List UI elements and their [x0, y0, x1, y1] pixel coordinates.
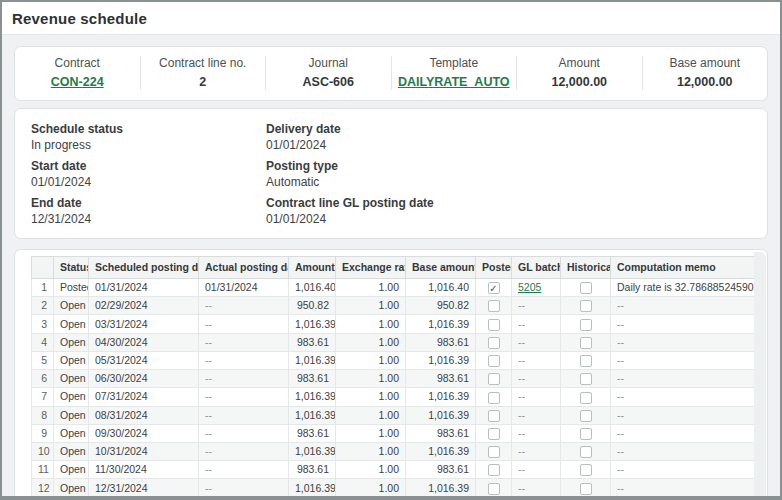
summary-label: Amount [523, 56, 636, 70]
schedule-table: StatusScheduled posting dateActual posti… [31, 256, 759, 500]
scheduled-posting-date-cell: 08/31/2024 [89, 406, 199, 424]
historical-checkbox[interactable] [580, 282, 592, 294]
amount-cell: 950.82 [289, 297, 336, 315]
posted-checkbox-checked[interactable]: ✓ [488, 282, 500, 294]
amount-cell: 1,016.40 [289, 279, 336, 297]
posted-checkbox[interactable] [488, 464, 500, 476]
detail-label: Schedule status [31, 122, 266, 137]
table-row: 8Open08/31/2024--1,016.391.001,016.39---… [32, 406, 759, 424]
computation-memo-cell: -- [611, 424, 759, 442]
template-link[interactable]: DAILYRATE_AUTO [398, 75, 511, 90]
computation-memo-cell: Daily rate is 32.78688524590163. [611, 279, 759, 297]
historical-checkbox[interactable] [580, 446, 592, 458]
historical-cell [561, 351, 611, 369]
amount-cell: 983.61 [289, 461, 336, 479]
summary-label: Journal [272, 56, 385, 70]
gl-batch-cell: -- [512, 351, 561, 369]
column-header-exchange-rate: Exchange rate [336, 257, 406, 279]
posted-checkbox[interactable] [488, 446, 500, 458]
schedule-table-body: 1Posted01/31/202401/31/20241,016.401.001… [32, 279, 759, 498]
exchange-rate-cell: 1.00 [336, 279, 406, 297]
posted-checkbox[interactable] [488, 392, 500, 404]
summary-value: 12,000.00 [649, 75, 762, 90]
amount-cell: 983.61 [289, 370, 336, 388]
historical-checkbox[interactable] [580, 410, 592, 422]
actual-posting-date-cell: -- [199, 479, 289, 497]
gl-batch-cell: 5205 [512, 279, 561, 297]
posted-checkbox[interactable] [488, 355, 500, 367]
scheduled-posting-date-cell: 07/31/2024 [89, 388, 199, 406]
detail-value: 01/01/2024 [266, 138, 751, 153]
detail-label: End date [31, 196, 266, 211]
table-row: 6Open06/30/2024--983.611.00983.61---- [32, 370, 759, 388]
posted-checkbox[interactable] [488, 319, 500, 331]
gl-batch-cell: -- [512, 370, 561, 388]
summary-label: Contract [21, 56, 134, 70]
posted-checkbox[interactable] [488, 428, 500, 440]
historical-checkbox[interactable] [580, 355, 592, 367]
contract-link[interactable]: CON-224 [21, 75, 134, 90]
summary-field-amount: Amount12,000.00 [516, 56, 642, 90]
posted-checkbox[interactable] [488, 483, 500, 495]
gl-batch-link[interactable]: 5205 [518, 281, 541, 293]
gl-batch-cell: -- [512, 406, 561, 424]
base-amount-cell: 1,016.39 [406, 388, 476, 406]
detail-value: 12/31/2024 [31, 212, 266, 227]
historical-checkbox[interactable] [580, 392, 592, 404]
table-row: 2Open02/29/2024--950.821.00950.82---- [32, 297, 759, 315]
gl-batch-cell: -- [512, 315, 561, 333]
detail-field-start-date: Start date01/01/2024 [31, 159, 266, 190]
scheduled-posting-date-cell: 02/29/2024 [89, 297, 199, 315]
base-amount-cell: 983.61 [406, 333, 476, 351]
historical-checkbox[interactable] [580, 337, 592, 349]
row-number-cell: 9 [32, 424, 54, 442]
posted-cell: ✓ [476, 279, 512, 297]
historical-cell [561, 333, 611, 351]
amount-cell: 1,016.39 [289, 479, 336, 497]
table-row: 3Open03/31/2024--1,016.391.001,016.39---… [32, 315, 759, 333]
status-cell: Open [54, 315, 89, 333]
exchange-rate-cell: 1.00 [336, 388, 406, 406]
historical-checkbox[interactable] [580, 483, 592, 495]
posted-checkbox[interactable] [488, 300, 500, 312]
summary-field-template: TemplateDAILYRATE_AUTO [391, 56, 517, 90]
historical-checkbox[interactable] [580, 300, 592, 312]
historical-cell [561, 461, 611, 479]
historical-checkbox[interactable] [580, 319, 592, 331]
historical-cell [561, 479, 611, 497]
historical-cell [561, 279, 611, 297]
scheduled-posting-date-cell: 09/30/2024 [89, 424, 199, 442]
page-content: ContractCON-224Contract line no.2Journal… [2, 35, 780, 500]
detail-value: 01/01/2024 [31, 175, 266, 190]
historical-checkbox[interactable] [580, 428, 592, 440]
detail-value: In progress [31, 138, 266, 153]
revenue-schedule-window: Revenue schedule ContractCON-224Contract… [0, 0, 782, 500]
schedule-table-header-row: StatusScheduled posting dateActual posti… [32, 257, 759, 279]
historical-checkbox[interactable] [580, 373, 592, 385]
status-cell: Open [54, 424, 89, 442]
table-row: 11Open11/30/2024--983.611.00983.61---- [32, 461, 759, 479]
amount-cell: 1,016.39 [289, 406, 336, 424]
gl-batch-cell: -- [512, 388, 561, 406]
summary-field-base-amount: Base amount12,000.00 [642, 56, 768, 90]
schedule-table-card: StatusScheduled posting dateActual posti… [14, 249, 768, 500]
posted-cell [476, 461, 512, 479]
posted-cell [476, 388, 512, 406]
status-cell: Open [54, 461, 89, 479]
row-number-cell: 3 [32, 315, 54, 333]
status-cell: Open [54, 370, 89, 388]
gl-batch-cell: -- [512, 479, 561, 497]
posted-checkbox[interactable] [488, 410, 500, 422]
vertical-scrollbar[interactable] [754, 252, 766, 500]
detail-label: Delivery date [266, 122, 751, 137]
posted-checkbox[interactable] [488, 337, 500, 349]
base-amount-cell: 1,016.39 [406, 442, 476, 460]
posted-cell [476, 297, 512, 315]
amount-cell: 983.61 [289, 333, 336, 351]
summary-value: 2 [147, 75, 260, 90]
column-header-scheduled-posting-date: Scheduled posting date [89, 257, 199, 279]
posted-checkbox[interactable] [488, 373, 500, 385]
computation-memo-cell: -- [611, 370, 759, 388]
historical-checkbox[interactable] [580, 464, 592, 476]
scheduled-posting-date-cell: 11/30/2024 [89, 461, 199, 479]
